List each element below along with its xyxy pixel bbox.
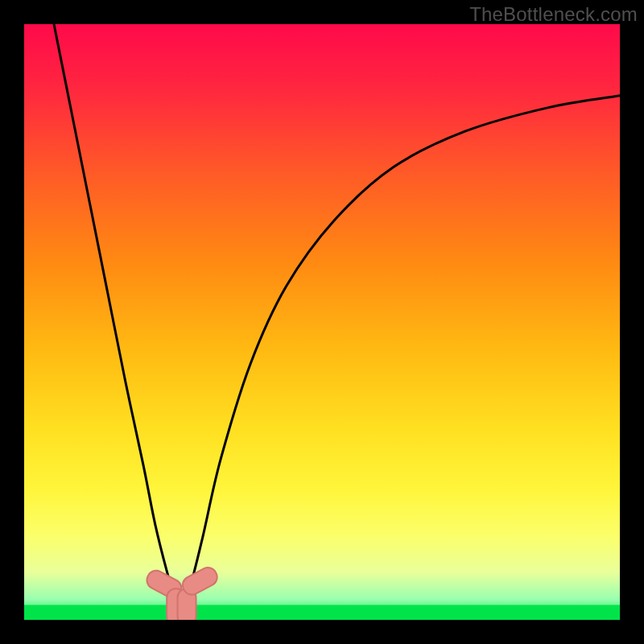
plot-area bbox=[24, 24, 620, 620]
watermark-label: TheBottleneck.com bbox=[469, 3, 638, 26]
chart-frame: TheBottleneck.com bbox=[0, 0, 644, 644]
chart-svg bbox=[24, 24, 620, 620]
green-band bbox=[24, 605, 620, 621]
